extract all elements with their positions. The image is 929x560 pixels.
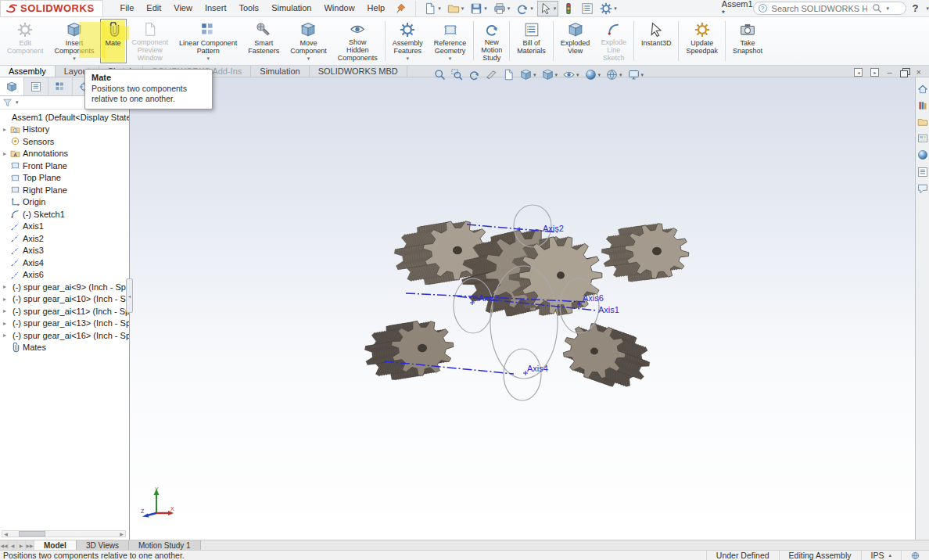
undo-button[interactable]: ▾ [514,1,536,16]
tree-item-axis6[interactable]: Axis6 [0,269,129,282]
instant3d-button[interactable]: Instant3D [636,19,677,63]
panel-splitter-handle[interactable]: ◂ [126,278,133,313]
apply-scene-caret-icon[interactable]: ▾ [619,72,622,78]
tree-item--spur-gear-ai-9-inch-spu[interactable]: ▸(-) spur gear_ai<9> (Inch - Spu [0,281,129,293]
rebuild-button[interactable] [560,1,577,16]
tab-3d-views[interactable]: 3D Views [77,540,129,550]
new-caret-icon[interactable]: ▾ [438,5,441,12]
tree-item--spur-gear-ai-16-inch-spur-g[interactable]: ▸(-) spur gear_ai<16> (Inch - Spur ge [0,329,129,342]
doc-minimize-button[interactable]: – [887,67,891,77]
collapse-right-pane-icon[interactable]: ▸ [870,68,879,77]
tab-model[interactable]: Model [34,540,77,550]
search-input[interactable] [770,3,869,14]
file-explorer-button[interactable] [917,117,928,127]
insert-components-caret-icon[interactable]: ▾ [73,56,76,62]
print-button[interactable]: ▾ [491,1,513,16]
menu-help[interactable]: Help [361,0,392,16]
tree-item-sensors[interactable]: Sensors [0,135,129,148]
tab-simulation[interactable]: Simulation [251,66,309,77]
new-button[interactable]: ▾ [421,1,443,16]
menu-tools[interactable]: Tools [232,0,265,16]
move-component-caret-icon[interactable]: ▾ [307,56,310,62]
tab-motion-study-1[interactable]: Motion Study 1 [129,540,201,550]
select-caret-icon[interactable]: ▾ [554,5,557,12]
search-caret-icon[interactable]: ▾ [887,5,890,12]
solidworks-forum-button[interactable] [917,183,928,194]
undo-caret-icon[interactable]: ▾ [530,5,533,12]
menu-view[interactable]: View [167,0,199,16]
view-palette-button[interactable] [917,133,928,144]
expand-arrow-icon[interactable]: ▸ [3,320,10,327]
expand-arrow-icon[interactable]: ▸ [3,307,10,314]
panel-tab-configurationmanager[interactable] [48,77,73,95]
open-button[interactable]: ▾ [445,1,467,16]
select-button[interactable]: ▾ [537,1,559,16]
appearances-scenes-button[interactable] [917,149,928,160]
menu-edit[interactable]: Edit [140,0,167,16]
scrollbar-thumb[interactable] [19,531,45,537]
mate-button[interactable]: Mate [100,19,127,63]
search-icon[interactable] [872,3,882,13]
tree-item--spur-gear-ai-10-inch-spur-g[interactable]: ▸(-) spur gear_ai<10> (Inch - Spur ge [0,293,129,306]
assembly-features-caret-icon[interactable]: ▾ [407,56,410,62]
menu-file[interactable]: File [114,0,141,16]
doc-close-button[interactable]: × [916,67,921,77]
assembly-features-button[interactable]: AssemblyFeatures▾ [387,19,429,63]
view-settings-button[interactable]: ▾ [626,67,647,82]
tab-scroll-last-icon[interactable]: ▶▶ [26,540,34,550]
tree-item-annotations[interactable]: ▸Annotations [0,148,129,160]
custom-properties-button[interactable] [917,166,928,177]
expand-arrow-icon[interactable]: ▸ [3,150,10,157]
settings-button[interactable]: ▾ [597,1,619,16]
insert-components-button[interactable]: InsertComponents▾ [49,19,100,63]
view-orientation-caret-icon[interactable]: ▾ [533,72,536,78]
tree-horizontal-scrollbar[interactable]: ◀ ▶ [2,530,126,537]
view-orientation-button[interactable]: ▾ [518,67,539,82]
tree-item-top-plane[interactable]: Top Plane [0,172,129,185]
scroll-left-icon[interactable]: ◀ [2,531,9,537]
save-caret-icon[interactable]: ▾ [484,5,487,12]
tree-item-axis3[interactable]: Axis3 [0,245,129,257]
expand-arrow-icon[interactable]: ▸ [3,332,10,339]
tree-item--spur-gear-ai-11-inch-spur-g[interactable]: ▸(-) spur gear_ai<11> (Inch - Spur ge [0,305,129,318]
graphics-area[interactable] [130,77,915,540]
tree-item-assem1-default-display-state[interactable]: Assem1 (Default<Display State- [0,111,129,124]
exploded-view-button[interactable]: ExplodedView [555,19,596,63]
new-motion-study-button[interactable]: NewMotionStudy [475,19,508,63]
tree-item-axis2[interactable]: Axis2 [0,232,129,245]
settings-caret-icon[interactable]: ▾ [614,5,617,12]
reference-geometry-caret-icon[interactable]: ▾ [449,56,452,62]
hide-show-items-caret-icon[interactable]: ▾ [576,72,579,78]
section-view-button[interactable] [483,67,500,82]
tree-item--spur-gear-ai-13-inch-spur-g[interactable]: ▸(-) spur gear_ai<13> (Inch - Spur ge [0,318,129,330]
expand-arrow-icon[interactable]: ▸ [3,296,10,303]
tab-scroll-next-icon[interactable]: ▶ [17,540,26,550]
smart-fasteners-button[interactable]: SmartFasteners [242,19,285,63]
dynamic-annotation-views-button[interactable] [500,67,517,82]
hide-show-items-button[interactable]: ▾ [561,67,582,82]
take-snapshot-button[interactable]: TakeSnapshot [727,19,768,63]
menu-window[interactable]: Window [317,0,360,16]
display-style-caret-icon[interactable]: ▾ [555,72,558,78]
open-caret-icon[interactable]: ▾ [461,5,464,12]
edit-appearance-button[interactable]: ▾ [583,67,604,82]
linear-component-pattern-button[interactable]: Linear ComponentPattern▾ [174,19,242,63]
home-button[interactable] [917,84,928,95]
expand-arrow-icon[interactable]: ▸ [3,126,10,133]
view-settings-caret-icon[interactable]: ▾ [641,72,644,78]
tree-item--sketch1[interactable]: (-) Sketch1 [0,208,129,221]
display-style-button[interactable]: ▾ [540,67,561,82]
expand-arrow-icon[interactable]: ▸ [3,283,10,290]
save-button[interactable]: ▾ [468,1,490,16]
design-library-button[interactable] [917,100,928,111]
reference-geometry-button[interactable]: ReferenceGeometry▾ [429,19,472,63]
filter-caret-icon[interactable]: ▾ [16,99,19,106]
update-speedpak-button[interactable]: UpdateSpeedpak [680,19,723,63]
collapse-left-pane-icon[interactable]: ◂ [854,68,863,77]
tree-item-mates[interactable]: Mates [0,342,129,354]
tab-scroll-prev-icon[interactable]: ◀ [9,540,17,550]
tree-item-origin[interactable]: Origin [0,196,129,209]
scroll-right-icon[interactable]: ▶ [118,531,125,537]
tree-item-history[interactable]: ▸History [0,124,129,136]
tab-scroll-first-icon[interactable]: ◀◀ [0,540,9,550]
